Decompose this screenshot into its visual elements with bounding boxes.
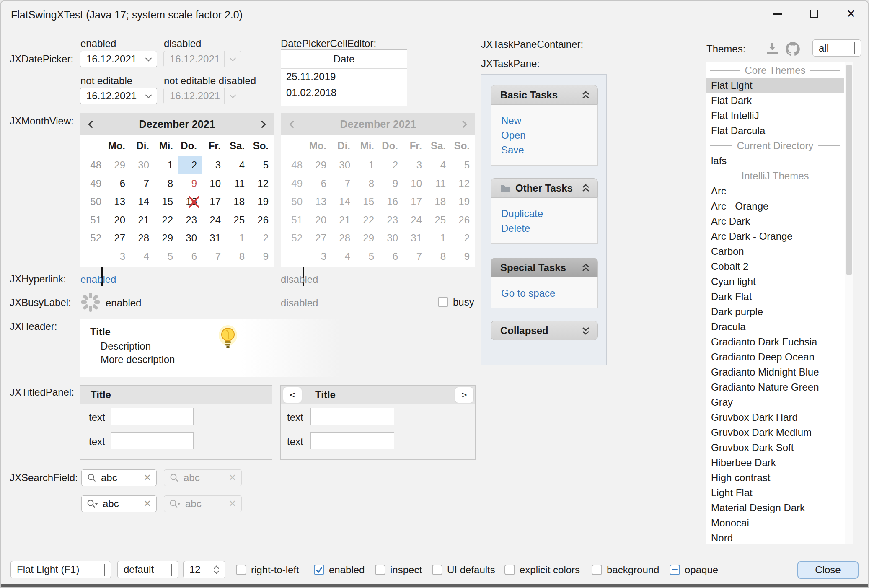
taskpane-link-new[interactable]: New [501, 115, 521, 127]
calendar-day[interactable]: 21 [131, 211, 155, 229]
minimize-button[interactable] [764, 4, 790, 23]
datepicker-dropdown-button[interactable] [140, 51, 157, 67]
calendar-grid[interactable]: Mo.Di.Mi.Do.Fr.Sa.So.4829301234549678910… [80, 135, 274, 267]
calendar-day[interactable]: 13 [107, 193, 131, 211]
theme-list-item[interactable]: Arc [706, 184, 844, 199]
calendar-day[interactable]: 11 [226, 174, 250, 193]
theme-list-item[interactable]: Dracula [706, 319, 844, 334]
font-size-spinner[interactable]: 12 [183, 561, 225, 578]
calendar-day[interactable]: 6 [107, 174, 131, 193]
taskpane-link-delete[interactable]: Delete [501, 223, 530, 234]
theme-list-item[interactable]: High contrast [706, 470, 844, 485]
calendar-day[interactable]: 23 [178, 211, 202, 229]
taskpane-header[interactable]: Other Tasks [491, 178, 598, 198]
busy-checkbox-row[interactable]: busy [438, 297, 474, 307]
calendar-day[interactable]: 9 [250, 247, 274, 266]
calendar-day[interactable]: 29 [107, 156, 131, 175]
calendar-day[interactable]: 6 [178, 247, 202, 266]
datepicker-enabled[interactable]: 16.12.2021 [80, 51, 157, 67]
theme-list-item[interactable]: Hiberbee Dark [706, 455, 844, 470]
calendar-day[interactable]: 7 [202, 247, 226, 266]
titled-panel-next-button[interactable]: > [455, 387, 473, 403]
calendar-day[interactable]: 2 [178, 156, 202, 175]
themes-list[interactable]: Core ThemesFlat LightFlat DarkFlat Intel… [706, 62, 853, 544]
calendar-day[interactable]: 18 [226, 193, 250, 211]
taskpane-link-open[interactable]: Open [501, 130, 526, 141]
calendar-day[interactable]: 24 [202, 211, 226, 229]
theme-list-item[interactable]: Gruvbox Dark Soft [706, 440, 844, 455]
taskpane-link-go-to-space[interactable]: Go to space [501, 288, 555, 299]
theme-list-item[interactable]: Cobalt 2 [706, 259, 844, 274]
theme-list-item[interactable]: Nord [706, 531, 844, 544]
calendar-day[interactable]: 9 [178, 174, 202, 193]
scrollbar-thumb[interactable] [846, 65, 852, 275]
calendar-day[interactable]: 25 [226, 211, 250, 229]
laf-combo[interactable]: Flat Light (F1) [10, 561, 111, 578]
maximize-button[interactable] [801, 4, 827, 23]
calendar-day[interactable]: 29 [155, 229, 178, 248]
calendar-day[interactable]: 14 [131, 193, 155, 211]
theme-list-item[interactable]: Material Design Dark [706, 500, 844, 515]
calendar-day[interactable]: 20 [107, 211, 131, 229]
calendar-day[interactable]: 4 [226, 156, 250, 175]
theme-list-item[interactable]: Arc Dark - Orange [706, 229, 844, 244]
theme-list-item[interactable]: Flat Darcula [706, 123, 844, 138]
monthview-enabled[interactable]: Dezember 2021Mo.Di.Mi.Do.Fr.Sa.So.482930… [80, 113, 274, 267]
clear-icon[interactable]: ✕ [144, 498, 151, 509]
calendar-day[interactable]: 1 [155, 156, 178, 175]
datepicker-dropdown-button[interactable] [140, 88, 157, 104]
theme-list-item[interactable]: Gradianto Nature Green [706, 380, 844, 395]
checkbox-explicit-colors[interactable] [504, 565, 515, 575]
theme-list-item[interactable]: Gradianto Deep Ocean [706, 350, 844, 365]
calendar-day[interactable]: 5 [250, 156, 274, 175]
toolbar-checkbox-row[interactable]: enabled [314, 565, 365, 575]
theme-list-item[interactable]: Gray [706, 395, 844, 410]
checkbox-background[interactable] [592, 565, 602, 575]
theme-list-item[interactable]: Gruvbox Dark Medium [706, 425, 844, 440]
checkbox-opaque[interactable] [670, 565, 680, 575]
calendar-day[interactable]: 16 [178, 193, 202, 211]
calendar-day[interactable]: 31 [202, 229, 226, 248]
theme-list-item[interactable]: Arc Dark [706, 214, 844, 229]
hyperlink-enabled[interactable]: enabled [80, 274, 116, 285]
theme-list-item[interactable]: Flat Dark [706, 93, 844, 108]
calendar-day[interactable]: 26 [250, 211, 274, 229]
calendar-day[interactable]: 3 [202, 156, 226, 175]
table-column-header[interactable]: Date [281, 50, 407, 69]
taskpane-header[interactable]: Basic Tasks [491, 85, 598, 105]
theme-list-item[interactable]: Light Flat [706, 485, 844, 500]
theme-list-item[interactable]: Flat IntelliJ [706, 108, 844, 123]
text-input[interactable] [310, 432, 394, 449]
calendar-day[interactable]: 2 [250, 229, 274, 248]
calendar-day[interactable]: 4 [131, 247, 155, 266]
text-input[interactable] [111, 432, 194, 449]
calendar-day[interactable]: 1 [226, 229, 250, 248]
font-combo[interactable]: default [117, 561, 178, 578]
theme-list-item[interactable]: Carbon [706, 244, 844, 259]
text-input[interactable] [111, 408, 194, 425]
taskpane-header[interactable]: Special Tasks [491, 258, 598, 277]
theme-list-item[interactable]: Dark purple [706, 304, 844, 319]
close-window-button[interactable]: ✕ [838, 4, 864, 23]
checkbox-ui-defaults[interactable] [432, 565, 442, 575]
next-month-icon[interactable] [258, 120, 266, 128]
calendar-day[interactable]: 8 [155, 174, 178, 193]
calendar-day[interactable]: 28 [131, 229, 155, 248]
table-row[interactable]: 25.11.2019 [281, 69, 407, 85]
search-field-menu-enabled[interactable]: abc ✕ [81, 495, 157, 512]
datepicker-value[interactable]: 16.12.2021 [80, 53, 140, 65]
toolbar-checkbox-row[interactable]: background [592, 565, 659, 575]
checkbox-inspect[interactable] [375, 565, 385, 575]
theme-list-item[interactable]: lafs [706, 153, 844, 168]
calendar-day[interactable]: 17 [202, 193, 226, 211]
toolbar-checkbox-row[interactable]: right-to-left [236, 565, 299, 575]
calendar-day[interactable]: 8 [226, 247, 250, 266]
theme-list-item[interactable]: Gradianto Dark Fuchsia [706, 334, 844, 350]
theme-list-item[interactable]: Flat Light [706, 78, 844, 93]
themes-filter-combo[interactable]: all [812, 39, 861, 57]
table-row[interactable]: 01.02.2018 [281, 85, 407, 101]
calendar-day[interactable]: 19 [250, 193, 274, 211]
calendar-day[interactable]: 3 [107, 247, 131, 266]
taskpane-link-save[interactable]: Save [501, 144, 524, 156]
theme-list-item[interactable]: Gruvbox Dark Hard [706, 410, 844, 425]
